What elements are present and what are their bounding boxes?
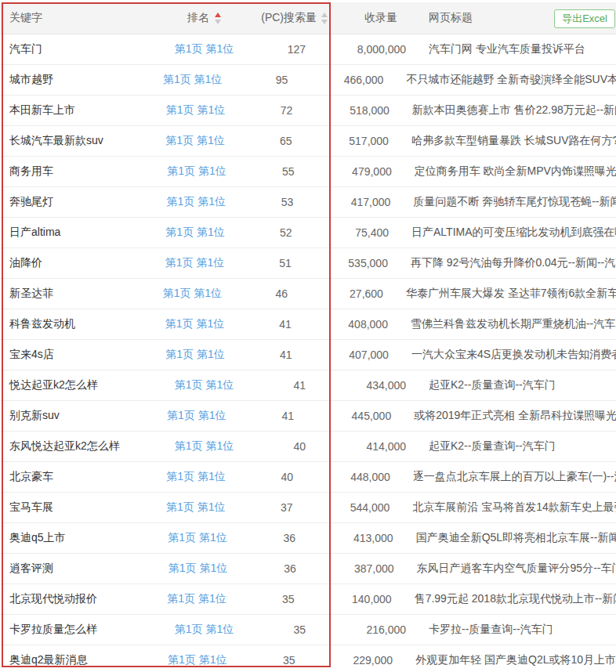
keyword-cell: 奔驰尾灯 xyxy=(0,195,149,209)
rank-link[interactable]: 第1页 第1位 xyxy=(168,653,226,666)
column-header-keyword: 关键字 xyxy=(0,11,155,25)
rank-link[interactable]: 第1页 第1位 xyxy=(165,348,224,360)
page-title-cell: 定位商务用车 欧尚全新MPV内饰谍照曝光-- xyxy=(415,164,616,179)
indexed-count-cell: 544,000 xyxy=(315,501,390,514)
table-row: 别克新suv 第1页 第1位 41 445,000 或将2019年正式亮相 全新… xyxy=(0,401,616,432)
table-row: 宝马车展 第1页 第1位 37 544,000 北京车展前沿 宝马将首发14款新… xyxy=(0,493,616,523)
rank-cell: 第1页 第1位 xyxy=(147,73,239,87)
page-title-cell: 雪佛兰科鲁兹发动机长期严重烧机油--汽车门 xyxy=(411,317,616,331)
keyword-cell: 新圣达菲 xyxy=(0,287,147,301)
table-row: 奥迪q5上市 第1页 第1位 36 413,000 国产奥迪全新Q5L即将亮相北… xyxy=(0,523,616,554)
keyword-cell: 油降价 xyxy=(0,256,148,270)
rank-link[interactable]: 第1页 第1位 xyxy=(167,409,226,421)
rank-cell: 第1页 第1位 xyxy=(148,226,241,240)
rank-cell: 第1页 第1位 xyxy=(149,500,243,515)
search-volume-cell: 36 xyxy=(245,562,318,575)
rank-link[interactable]: 第1页 第1位 xyxy=(166,103,225,116)
table-row: 油降价 第1页 第1位 51 535,000 再下降 92号汽油每升降价0.04… xyxy=(0,248,616,279)
page-title-cell: 或将2019年正式亮相 全新昂科拉谍照曝光-- xyxy=(414,409,616,423)
page-title-cell: 逐一盘点北京车展上的百万以上豪车(一)--汽 xyxy=(413,470,616,484)
search-volume-cell: 35 xyxy=(244,593,316,605)
table-row: 本田新车上市 第1页 第1位 72 518,000 新款本田奥德赛上市 售价22… xyxy=(0,96,616,126)
column-header-rank-label: 排名 xyxy=(187,11,209,25)
page-title-cell: 再下降 92号汽油每升降价0.04元--新闻--汽车 xyxy=(411,256,616,270)
export-excel-button[interactable]: 导出Excel xyxy=(554,9,615,28)
rank-cell: 第1页 第1位 xyxy=(150,562,245,576)
rank-link[interactable]: 第1页 第1位 xyxy=(168,531,226,544)
table-row: 新圣达菲 第1页 第1位 46 27,600 华泰广州车展大爆发 圣达菲7领衔6… xyxy=(0,279,616,309)
rank-link[interactable]: 第1页 第1位 xyxy=(175,42,234,55)
search-volume-cell: 46 xyxy=(238,287,310,300)
rank-link[interactable]: 第1页 第1位 xyxy=(167,592,226,605)
indexed-count-cell: 75,400 xyxy=(314,226,389,239)
rank-link[interactable]: 第1页 第1位 xyxy=(163,287,222,299)
keyword-cell: 北京豪车 xyxy=(0,470,149,484)
volume-sort-control[interactable] xyxy=(321,13,328,24)
rank-link[interactable]: 第1页 第1位 xyxy=(175,439,234,452)
indexed-count-cell: 413,000 xyxy=(317,532,393,544)
rank-cell: 第1页 第1位 xyxy=(147,287,238,301)
keyword-cell: 科鲁兹发动机 xyxy=(0,317,148,331)
table-row: 日产altima 第1页 第1位 52 75,400 日产ALTIMA的可变压缩… xyxy=(0,218,616,248)
rank-link[interactable]: 第1页 第1位 xyxy=(167,164,226,177)
rank-cell: 第1页 第1位 xyxy=(149,103,242,117)
column-header-search-volume: (PC)搜索量 xyxy=(253,11,328,25)
search-volume-cell: 51 xyxy=(241,257,313,269)
keyword-cell: 奥迪q5上市 xyxy=(0,531,150,545)
page-title-cell: 日产ALTIMA的可变压缩比发动机到底强在哪 xyxy=(411,226,616,240)
keyword-cell: 汽车门 xyxy=(0,42,155,56)
rank-link[interactable]: 第1页 第1位 xyxy=(167,195,226,208)
rank-cell: 第1页 第1位 xyxy=(150,409,244,423)
rank-link[interactable]: 第1页 第1位 xyxy=(168,562,227,574)
sort-desc-icon[interactable] xyxy=(215,20,221,24)
rank-cell: 第1页 第1位 xyxy=(149,470,243,484)
table-row: 东风悦达起亚k2怎么样 第1页 第1位 40 414,000 起亚K2--质量查… xyxy=(0,432,616,462)
search-volume-cell: 40 xyxy=(253,440,328,453)
keyword-cell: 东风悦达起亚k2怎么样 xyxy=(0,439,155,453)
keyword-cell: 商务用车 xyxy=(0,164,150,179)
search-volume-cell: 52 xyxy=(242,226,314,239)
search-volume-cell: 65 xyxy=(242,135,314,147)
rank-link[interactable]: 第1页 第1位 xyxy=(163,73,222,85)
indexed-count-cell: 387,000 xyxy=(318,562,394,575)
table-row: 奥迪q2最新消息 第1页 第1位 35 229,000 外观更加年轻 国产奥迪Q… xyxy=(0,645,616,672)
page-title-cell: 国产奥迪全新Q5L即将亮相北京车展--新闻- xyxy=(416,531,616,545)
keyword-rank-table: 关键字 排名 (PC)搜索量 收录量 网页标题 导出Excel 汽车门 第1页 … xyxy=(0,2,616,672)
rank-link[interactable]: 第1页 第1位 xyxy=(165,256,224,269)
table-row: 长城汽车最新款suv 第1页 第1位 65 517,000 哈弗多款车型销量暴跌… xyxy=(0,126,616,157)
indexed-count-cell: 517,000 xyxy=(314,135,389,147)
keyword-cell: 卡罗拉质量怎么样 xyxy=(0,623,155,637)
search-volume-cell: 72 xyxy=(242,104,314,117)
indexed-count-cell: 417,000 xyxy=(315,196,390,208)
sort-desc-icon[interactable] xyxy=(321,20,328,24)
page-title-cell: 新款本田奥德赛上市 售价22.98万元起--新闻 xyxy=(412,103,616,117)
column-header-page-title: 网页标题 xyxy=(429,11,473,25)
rank-link[interactable]: 第1页 第1位 xyxy=(175,378,234,391)
sort-asc-icon[interactable] xyxy=(321,13,328,17)
search-volume-cell: 41 xyxy=(241,318,313,331)
keyword-cell: 悦达起亚k2怎么样 xyxy=(0,378,155,392)
indexed-count-cell: 535,000 xyxy=(313,257,388,269)
keyword-cell: 城市越野 xyxy=(0,73,147,87)
rank-link[interactable]: 第1页 第1位 xyxy=(165,226,224,238)
table-row: 逍客评测 第1页 第1位 36 387,000 东风日产逍客车内空气质量评分95… xyxy=(0,554,616,584)
search-volume-cell: 127 xyxy=(253,43,328,56)
indexed-count-cell: 445,000 xyxy=(316,410,391,422)
sort-asc-icon[interactable] xyxy=(215,13,221,17)
indexed-count-cell: 229,000 xyxy=(317,654,393,667)
rank-link[interactable]: 第1页 第1位 xyxy=(166,470,225,482)
page-title-cell: 外观更加年轻 国产奥迪Q2L或将10月上市-- xyxy=(415,653,616,667)
rank-link[interactable]: 第1页 第1位 xyxy=(165,134,224,146)
page-title-cell: 哈弗多款车型销量暴跌 长城SUV路在何方?-- xyxy=(411,134,616,148)
table-header: 关键字 排名 (PC)搜索量 收录量 网页标题 导出Excel xyxy=(0,2,616,34)
table-row: 城市越野 第1页 第1位 95 466,000 不只城市还能越野 全新奇骏演绎全… xyxy=(0,65,616,96)
rank-sort-control[interactable] xyxy=(215,13,221,24)
table-row: 科鲁兹发动机 第1页 第1位 41 408,000 雪佛兰科鲁兹发动机长期严重烧… xyxy=(0,309,616,340)
rank-link[interactable]: 第1页 第1位 xyxy=(165,317,224,330)
rank-cell: 第1页 第1位 xyxy=(155,439,253,453)
page-title-cell: 卡罗拉--质量查询--汽车门 xyxy=(429,623,616,637)
search-volume-cell: 95 xyxy=(238,74,310,86)
rank-link[interactable]: 第1页 第1位 xyxy=(175,623,234,635)
rank-link[interactable]: 第1页 第1位 xyxy=(166,500,225,513)
indexed-count-cell: 414,000 xyxy=(328,440,406,453)
